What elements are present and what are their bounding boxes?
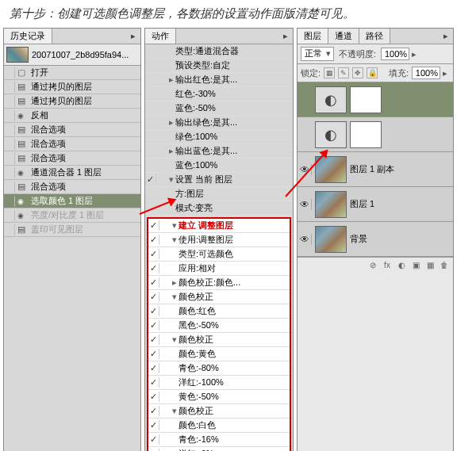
action-item[interactable]: ✓▾颜色校正 xyxy=(148,333,290,347)
action-item[interactable]: ▸输出蓝色:是其... xyxy=(145,144,293,159)
lock-transparency-icon[interactable]: ▦ xyxy=(324,67,335,78)
history-item[interactable]: 通过拷贝的图层 xyxy=(4,94,140,109)
actions-body: 类型:通道混合器预设类型:自定▸输出红色:是其...红色:-30%蓝色:-50%… xyxy=(145,44,293,451)
history-item[interactable]: 混合选项 xyxy=(4,180,140,194)
layers-foot-button[interactable]: ▣ xyxy=(410,260,421,271)
layers-foot-button[interactable]: 🗑 xyxy=(439,260,450,271)
tab-paths[interactable]: 路径 xyxy=(359,29,390,44)
action-item[interactable]: ✓颜色:白色 xyxy=(148,419,290,433)
history-item[interactable]: 混合选项 xyxy=(4,137,140,151)
layer-name[interactable]: 图层 1 副本 xyxy=(350,163,453,175)
action-item[interactable]: ✓▾颜色校正 xyxy=(148,290,290,304)
lock-all-icon[interactable]: 🔒 xyxy=(367,67,378,78)
fill-input[interactable] xyxy=(412,67,440,79)
layers-footer: ⊘fx◐▣▦🗑 xyxy=(298,257,453,273)
action-item[interactable]: ✓洋红:-9% xyxy=(148,447,290,451)
action-item[interactable]: ✓青色:-80% xyxy=(148,361,290,376)
opacity-input[interactable] xyxy=(381,48,409,60)
action-item[interactable]: 预设类型:自定 xyxy=(145,59,293,73)
history-item-label: 通过拷贝的图层 xyxy=(31,81,92,93)
action-item[interactable]: ✓类型:可选颜色 xyxy=(148,247,290,262)
action-item[interactable]: ✓▾颜色校正 xyxy=(148,404,290,419)
layer-name[interactable]: 背景 xyxy=(350,233,453,245)
layers-foot-button[interactable]: ▦ xyxy=(424,260,436,271)
fill-input-group: ▸ xyxy=(412,67,450,79)
layers-foot-button[interactable]: fx xyxy=(382,260,393,271)
layers-lock-row: 锁定: ▦ ✎ ✥ 🔒 填充: ▸ xyxy=(298,64,453,82)
history-item[interactable]: 通道混合器 1 图层 xyxy=(4,166,140,180)
fill-dropdown-icon[interactable]: ▸ xyxy=(440,68,450,78)
visibility-icon[interactable]: 👁 xyxy=(298,234,312,245)
action-item[interactable]: ✓洋红:-100% xyxy=(148,376,290,390)
action-item[interactable]: ✓▾使用:调整图层 xyxy=(148,233,290,247)
tab-layers[interactable]: 图层 xyxy=(298,29,328,44)
opacity-dropdown-icon[interactable]: ▸ xyxy=(409,49,419,59)
action-item[interactable]: ✓黄色:-50% xyxy=(148,390,290,404)
history-item[interactable]: 混合选项 xyxy=(4,151,140,166)
history-header: 历史记录 ▸ xyxy=(4,29,140,44)
lock-pixels-icon[interactable]: ✎ xyxy=(338,67,349,78)
history-item[interactable]: 亮度/对比度 1 图层 xyxy=(4,208,140,223)
action-item[interactable]: ✓颜色:黄色 xyxy=(148,347,290,361)
action-item[interactable]: ✓▸颜色校正:颜色... xyxy=(148,276,290,290)
history-doc-thumb xyxy=(6,47,29,63)
history-item-label: 通过拷贝的图层 xyxy=(31,95,92,107)
action-item[interactable]: ✓青色:-16% xyxy=(148,433,290,447)
history-document-row[interactable]: 20071007_2b8d95fa94... xyxy=(4,44,140,66)
layer-row[interactable] xyxy=(298,82,453,117)
history-item[interactable]: 盖印可见图层 xyxy=(4,223,140,237)
layers-options-row: 正常 不透明度: ▸ xyxy=(298,44,453,64)
layers-foot-button[interactable]: ◐ xyxy=(396,260,407,271)
layers-foot-button[interactable]: ⊘ xyxy=(367,260,378,271)
blend-mode-select[interactable]: 正常 xyxy=(301,47,334,61)
tab-history[interactable]: 历史记录 xyxy=(4,29,52,44)
action-item[interactable]: 蓝色:-50% xyxy=(145,101,293,116)
panel-menu-icon[interactable]: ▸ xyxy=(128,31,139,42)
history-item-label: 混合选项 xyxy=(31,152,66,164)
history-item[interactable]: 打开 xyxy=(4,66,140,80)
layer-thumbnail[interactable] xyxy=(315,191,347,218)
actions-header: 动作 ▸ xyxy=(145,29,293,44)
tab-actions[interactable]: 动作 xyxy=(145,29,176,44)
lock-position-icon[interactable]: ✥ xyxy=(352,67,363,78)
history-item[interactable]: 反相 xyxy=(4,109,140,123)
layer-mask[interactable] xyxy=(350,86,382,113)
layer-list: 👁图层 1 副本👁图层 1👁背景 xyxy=(298,82,453,257)
action-item[interactable]: ✓颜色:红色 xyxy=(148,304,290,319)
history-item-label: 盖印可见图层 xyxy=(31,224,83,235)
action-item[interactable]: ✓应用:相对 xyxy=(148,262,290,276)
action-item[interactable]: ▸输出红色:是其... xyxy=(145,73,293,87)
action-item[interactable]: 类型:通道混合器 xyxy=(145,44,293,59)
fill-label: 填充: xyxy=(389,67,409,79)
history-item-label: 混合选项 xyxy=(31,124,66,136)
action-item[interactable]: 绿色:100% xyxy=(145,130,293,144)
visibility-icon[interactable]: 👁 xyxy=(298,199,312,210)
action-item[interactable]: ✓▾设置 当前 图层 xyxy=(145,173,293,187)
layer-row[interactable] xyxy=(298,117,453,152)
layer-row[interactable]: 👁背景 xyxy=(298,222,453,257)
action-item[interactable]: 蓝色:100% xyxy=(145,159,293,173)
layer-thumbnail[interactable] xyxy=(315,121,347,148)
history-item-label: 通道混合器 1 图层 xyxy=(31,166,102,178)
actions-highlighted-list: ✓▾建立 调整图层✓▾使用:调整图层✓类型:可选颜色✓应用:相对✓▸颜色校正:颜… xyxy=(147,217,291,451)
layers-panel: 图层 通道 路径 ▸ 正常 不透明度: ▸ 锁定: ▦ ✎ ✥ 🔒 填充: ▸ … xyxy=(297,28,454,451)
action-item[interactable]: ▸输出绿色:是其... xyxy=(145,116,293,130)
tab-channels[interactable]: 通道 xyxy=(328,29,359,44)
layer-name[interactable]: 图层 1 xyxy=(350,198,453,210)
action-item[interactable]: ✓黑色:-50% xyxy=(148,319,290,333)
panel-menu-icon[interactable]: ▸ xyxy=(280,31,291,42)
panel-menu-icon[interactable]: ▸ xyxy=(440,31,451,42)
history-item[interactable]: 通过拷贝的图层 xyxy=(4,80,140,94)
history-item-label: 选取颜色 1 图层 xyxy=(31,195,93,207)
history-item-label: 打开 xyxy=(31,67,48,78)
step-instruction: 第十步：创建可选颜色调整层，各数据的设置动作面版清楚可见。 xyxy=(0,0,476,28)
action-item[interactable]: 红色:-30% xyxy=(145,87,293,101)
layer-mask[interactable] xyxy=(350,121,382,148)
history-item[interactable]: 混合选项 xyxy=(4,123,140,137)
layer-thumbnail[interactable] xyxy=(315,86,347,113)
layer-row[interactable]: 👁图层 1 xyxy=(298,187,453,222)
history-item[interactable]: 选取颜色 1 图层 xyxy=(4,194,140,208)
action-item[interactable]: ✓▾建立 调整图层 xyxy=(148,219,290,233)
actions-panel: 动作 ▸ 类型:通道混合器预设类型:自定▸输出红色:是其...红色:-30%蓝色… xyxy=(144,28,294,451)
layer-thumbnail[interactable] xyxy=(315,226,347,253)
